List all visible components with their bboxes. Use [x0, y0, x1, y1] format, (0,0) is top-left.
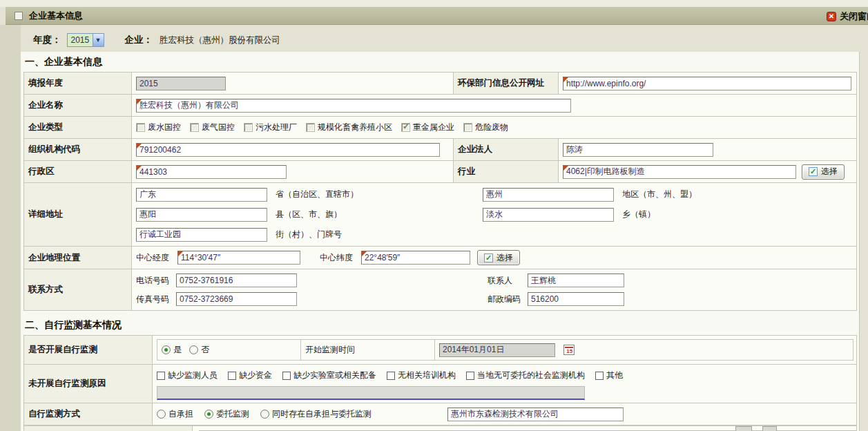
cb-lack-lab-label: 缺少实验室或相关配备: [293, 370, 376, 381]
calendar-icon[interactable]: [563, 345, 575, 355]
radio-entrust[interactable]: [204, 410, 213, 419]
required-marker: [136, 99, 571, 113]
table-row: 企业名称: [24, 95, 857, 117]
public-url-input[interactable]: [563, 77, 851, 90]
header-row: 年度： 2015 ▼ 企业： 胜宏科技（惠州）股份有限公司: [33, 32, 280, 48]
cb-livestock-area-label: 规模化畜禽养殖小区: [318, 122, 392, 133]
table-row: 自行监测方式 自承担 委托监测 同时存在自承担与委托监测: [24, 403, 857, 425]
cutoff-button-stub[interactable]: [735, 426, 752, 431]
radio-yes[interactable]: [162, 345, 171, 354]
section2-partial-table: [23, 425, 857, 431]
cb-hazardous-waste[interactable]: [463, 123, 472, 132]
cb-wastewater-control-label: 废水国控: [148, 122, 181, 133]
cb-livestock-area[interactable]: [306, 123, 315, 132]
cb-sewage-plant-label: 污水处理厂: [255, 122, 297, 133]
industry-label: 行业: [458, 166, 475, 176]
industry-input[interactable]: [563, 165, 796, 179]
address-street-input[interactable]: [136, 228, 267, 242]
no-monitoring-reason-label: 未开展自行监测原因: [28, 379, 106, 388]
year-select-value[interactable]: 2015: [68, 34, 93, 46]
cb-lack-funds[interactable]: [228, 372, 236, 380]
longitude-input[interactable]: [177, 251, 300, 265]
address-town-suffix: 乡（镇）: [622, 209, 829, 220]
contact-person-label: 联系人: [488, 275, 525, 287]
radio-no[interactable]: [189, 345, 198, 354]
industry-select-button[interactable]: ✓ 选择: [802, 164, 845, 180]
radio-both[interactable]: [260, 410, 269, 419]
table-row: 填报年度 环保部门信息公开网址: [24, 73, 857, 95]
contact-label: 联系方式: [28, 285, 63, 294]
report-year-label: 填报年度: [28, 78, 63, 88]
address-city-input[interactable]: [483, 188, 614, 202]
radio-both-label: 同时存在自承担与委托监测: [272, 408, 372, 420]
window-doc-icon: [15, 12, 23, 20]
report-year-input[interactable]: [136, 77, 226, 90]
required-marker: [563, 165, 796, 179]
address-label: 详细地址: [28, 209, 63, 219]
page-top-strip: [0, 0, 868, 7]
legal-person-label: 企业法人: [458, 144, 492, 154]
address-town-input[interactable]: [483, 208, 614, 222]
section1-table: 填报年度 环保部门信息公开网址 企业名称 企业类型 废水国控 废气国控 污水处理…: [23, 72, 857, 311]
page-left-margin: [0, 25, 21, 431]
other-reason-input[interactable]: [157, 386, 585, 400]
check-icon: ✓: [484, 253, 493, 262]
section2-heading: 二、自行监测基本情况: [21, 311, 859, 335]
table-row: 企业地理位置 中心经度 中心纬度 ✓ 选择: [24, 247, 857, 269]
radio-self-label: 自承担: [168, 408, 193, 420]
section2-table: 是否开展自行监测 是 否 开始监测时间: [23, 335, 857, 425]
address-province-suffix: 省（自治区、直辖市）: [276, 189, 483, 200]
cb-other-reason[interactable]: [595, 372, 604, 380]
cb-heavy-metal[interactable]: [401, 123, 410, 132]
entrust-org-input[interactable]: [447, 408, 624, 421]
cb-airwaste-control[interactable]: [190, 123, 199, 132]
fax-label: 传真号码: [136, 294, 173, 305]
cb-no-social-org[interactable]: [466, 372, 474, 380]
cb-wastewater-control[interactable]: [136, 123, 145, 132]
address-street-suffix: 街（村）、门牌号: [276, 229, 483, 240]
org-code-input[interactable]: [136, 143, 440, 157]
table-row: 组织机构代码 企业法人: [24, 139, 857, 161]
legal-person-input[interactable]: [563, 143, 713, 157]
latitude-label: 中心纬度: [320, 252, 358, 264]
contact-person-input[interactable]: [528, 274, 624, 287]
admin-region-input[interactable]: [136, 165, 287, 179]
table-row: 详细地址 省（自治区、直辖市） 地区（市、州、盟） 县（区、市、旗） 乡（镇） …: [24, 183, 857, 247]
address-city-suffix: 地区（市、州、盟）: [622, 189, 829, 200]
company-name-input[interactable]: [136, 99, 571, 113]
close-icon[interactable]: ✕: [827, 12, 836, 21]
table-row: 未开展自行监测原因 缺少监测人员 缺少资金 缺少实验室或相关配备 无相关培训机构…: [24, 365, 857, 403]
table-row: 是否开展自行监测 是 否 开始监测时间: [24, 336, 857, 365]
zip-input[interactable]: [528, 292, 624, 306]
radio-self[interactable]: [157, 410, 166, 419]
required-marker: [177, 251, 300, 265]
address-county-input[interactable]: [136, 208, 267, 222]
year-select[interactable]: 2015 ▼: [67, 33, 104, 47]
year-label: 年度：: [33, 34, 61, 46]
cb-sewage-plant[interactable]: [244, 123, 253, 132]
cb-other-reason-label: 其他: [606, 370, 623, 381]
geo-select-button[interactable]: ✓ 选择: [477, 250, 520, 265]
start-time-input[interactable]: [439, 343, 555, 357]
admin-region-label: 行政区: [28, 166, 55, 176]
cb-no-training-org[interactable]: [387, 372, 395, 380]
close-window-button[interactable]: ✕ 关闭窗口: [827, 10, 868, 23]
phone-input[interactable]: [176, 274, 297, 287]
cb-lack-lab[interactable]: [282, 372, 291, 380]
cutoff-button-stub[interactable]: [762, 426, 777, 431]
close-window-label[interactable]: 关闭窗口: [840, 10, 868, 23]
required-marker: [136, 143, 440, 157]
public-url-label: 环保部门信息公开网址: [458, 78, 544, 88]
chevron-down-icon[interactable]: ▼: [93, 34, 104, 46]
cb-airwaste-control-label: 废气国控: [202, 122, 235, 133]
table-row: 行政区 行业 ✓ 选择: [24, 161, 857, 183]
cb-heavy-metal-label: 重金属企业: [413, 122, 454, 133]
section1-heading: 一、企业基本信息: [21, 52, 859, 72]
company-label: 企业：: [125, 34, 153, 46]
address-province-input[interactable]: [136, 188, 267, 202]
fax-input[interactable]: [176, 292, 297, 306]
longitude-label: 中心经度: [136, 252, 175, 264]
company-name-text: 胜宏科技（惠州）股份有限公司: [160, 35, 280, 46]
cb-lack-staff[interactable]: [157, 372, 165, 380]
latitude-input[interactable]: [361, 251, 470, 265]
